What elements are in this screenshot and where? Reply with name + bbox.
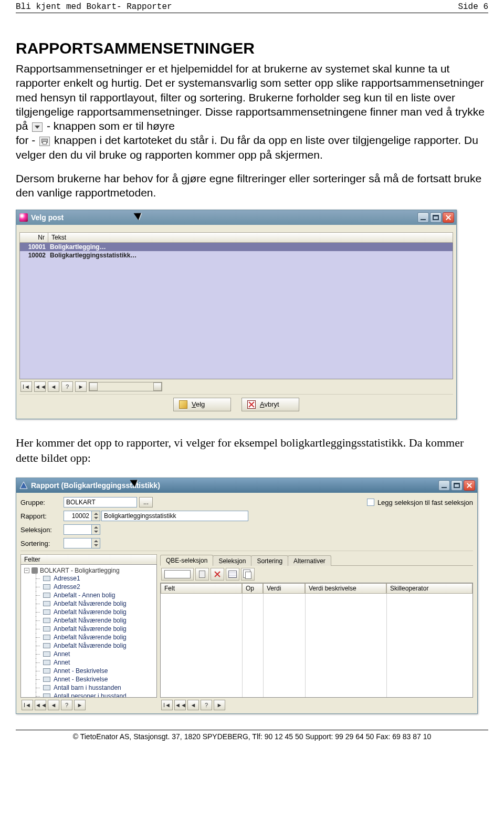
tab-sortering[interactable]: Sortering (251, 555, 288, 566)
tree-item[interactable]: Anbefalt Nåværende bolig (34, 633, 156, 641)
nav-next-button[interactable]: ► (214, 700, 225, 710)
nav-first-button[interactable]: I◄ (20, 381, 32, 392)
tree-item[interactable]: Adresse2 (34, 583, 156, 591)
tree-item[interactable]: Annet (34, 650, 156, 658)
nav-help-button[interactable]: ? (61, 700, 72, 710)
field-icon (43, 618, 50, 623)
nav-prev-button[interactable]: ◄ (187, 700, 199, 710)
tab-seleksjon[interactable]: Seleksjon (213, 555, 251, 566)
close-button[interactable] (443, 212, 454, 223)
field-icon (43, 601, 50, 606)
branch-icon (34, 574, 40, 583)
paragraph-2: Dersom brukerne har behov for å gjøre eg… (16, 171, 488, 200)
nav-prev-page-button[interactable]: ◄◄ (35, 700, 46, 710)
tree-item[interactable]: Anbefalt Nåværende bolig (34, 616, 156, 625)
clear-button[interactable] (211, 568, 224, 581)
tree-item[interactable]: Antall barn i husstanden (34, 683, 156, 692)
qbe-grid[interactable]: Felt Op Verdi Verdi beskrivelse Skilleop… (160, 583, 473, 698)
nav-scrollbar[interactable] (89, 382, 162, 391)
avbryt-button[interactable]: Avbryt (242, 398, 299, 411)
rapport-name-input[interactable]: Boligkartleggingsstatistikk (101, 511, 248, 521)
branch-icon (34, 683, 40, 692)
nav-first-button[interactable]: I◄ (22, 700, 33, 710)
minimize-button[interactable] (438, 480, 450, 491)
seleksjon-input[interactable] (64, 524, 92, 535)
nav-help-button[interactable]: ? (201, 700, 212, 710)
browse-button[interactable]: ... (139, 497, 153, 507)
field-icon (43, 643, 50, 648)
tree-item[interactable]: Anbefalt Nåværende bolig (34, 641, 156, 650)
branch-icon (34, 599, 40, 608)
branch-icon (34, 583, 40, 591)
maximize-button[interactable] (451, 480, 463, 491)
field-icon (43, 685, 50, 690)
col-tekst[interactable]: Tekst (48, 232, 453, 243)
spin-buttons[interactable] (92, 511, 100, 521)
tree-root[interactable]: − BOLKART - Boligkartlegging (24, 567, 156, 574)
fast-seleksjon-checkbox[interactable]: Legg seleksjon til fast seleksjon (367, 499, 473, 506)
nav-help-button[interactable]: ? (61, 381, 73, 392)
close-button[interactable] (464, 480, 475, 491)
col-verdi[interactable]: Verdi (263, 583, 305, 594)
database-icon (32, 567, 38, 574)
field-icon (43, 668, 50, 674)
velg-button[interactable]: Velg (173, 398, 231, 411)
list-pane[interactable]: 10001 Boligkartlegging… 10002 Boligkartl… (19, 243, 453, 379)
collapse-icon[interactable]: − (24, 568, 29, 573)
col-felt[interactable]: Felt (161, 583, 242, 594)
nav-prev-button[interactable]: ◄ (48, 381, 59, 392)
sortering-label: Sortering: (20, 540, 64, 547)
maximize-button[interactable] (430, 212, 442, 223)
nav-prev-page-button[interactable]: ◄◄ (34, 381, 46, 392)
list-item[interactable]: 10001 Boligkartlegging… (20, 243, 453, 251)
spin-buttons[interactable] (92, 524, 100, 535)
record-navigator: I◄ ◄◄ ◄ ? ► (20, 698, 157, 713)
app-icon (19, 213, 28, 222)
rapport-nr-input[interactable]: 10002 (64, 511, 92, 521)
tree-item[interactable]: Adresse1 (34, 574, 156, 583)
new-button[interactable] (161, 568, 194, 581)
tree-item[interactable]: Annet - Beskrivelse (34, 675, 156, 683)
field-icon (43, 593, 50, 598)
gruppe-input[interactable]: BOLKART (64, 497, 137, 507)
velg-post-window: Velg post Nr Tekst 10001 Boligkartleggin… (16, 210, 457, 419)
mid-paragraph: Her kommer det opp to rapporter, vi velg… (16, 435, 488, 466)
tab-qbe[interactable]: QBE-seleksjon (160, 555, 213, 566)
tree-item[interactable]: Anbefalt Nåværende bolig (34, 599, 156, 608)
doc-header-left: Bli kjent med Bokart- Rapporter (16, 2, 172, 12)
minimize-button[interactable] (417, 212, 429, 223)
spin-buttons[interactable] (92, 538, 100, 548)
calendar-button[interactable] (226, 568, 239, 581)
tree-item[interactable]: Anbefalt - Annen bolig (34, 591, 156, 599)
titlebar[interactable]: Rapport (Boligkartleggingsstatistikk) (16, 478, 477, 493)
copy-button[interactable] (241, 568, 255, 581)
tree-item[interactable]: Antall personer i husstand (34, 692, 156, 698)
titlebar[interactable]: Velg post (16, 210, 456, 225)
delete-button[interactable] (195, 568, 209, 581)
col-skilleoperator[interactable]: Skilleoperator (386, 583, 472, 594)
tree-item[interactable]: Annet - Beskrivelse (34, 667, 156, 675)
branch-icon (34, 591, 40, 599)
tab-alternativer[interactable]: Alternativer (288, 555, 331, 566)
list-item[interactable]: 10002 Boligkartleggingsstatistikk… (20, 251, 453, 260)
nav-next-button[interactable]: ► (75, 381, 87, 392)
branch-icon (34, 650, 40, 658)
field-icon (43, 635, 50, 640)
sortering-input[interactable] (64, 538, 92, 548)
col-verdi-beskrivelse[interactable]: Verdi beskrivelse (305, 583, 386, 594)
tree-item[interactable]: Anbefalt Nåværende bolig (34, 608, 156, 616)
nav-prev-page-button[interactable]: ◄◄ (174, 700, 186, 710)
fields-tree[interactable]: − BOLKART - Boligkartlegging Adresse1Adr… (20, 564, 157, 698)
nav-next-button[interactable]: ► (74, 700, 86, 710)
col-op[interactable]: Op (242, 583, 263, 594)
tree-item[interactable]: Annet (34, 658, 156, 667)
field-icon (43, 677, 50, 682)
column-headers: Nr Tekst (19, 232, 453, 243)
record-navigator: I◄ ◄◄ ◄ ? ► (19, 379, 453, 394)
qbe-toolbar (160, 566, 473, 583)
nav-prev-button[interactable]: ◄ (48, 700, 59, 710)
checkbox-icon[interactable] (367, 499, 374, 506)
col-nr[interactable]: Nr (19, 232, 48, 243)
tree-item[interactable]: Anbefalt Nåværende bolig (34, 625, 156, 633)
nav-first-button[interactable]: I◄ (161, 700, 173, 710)
